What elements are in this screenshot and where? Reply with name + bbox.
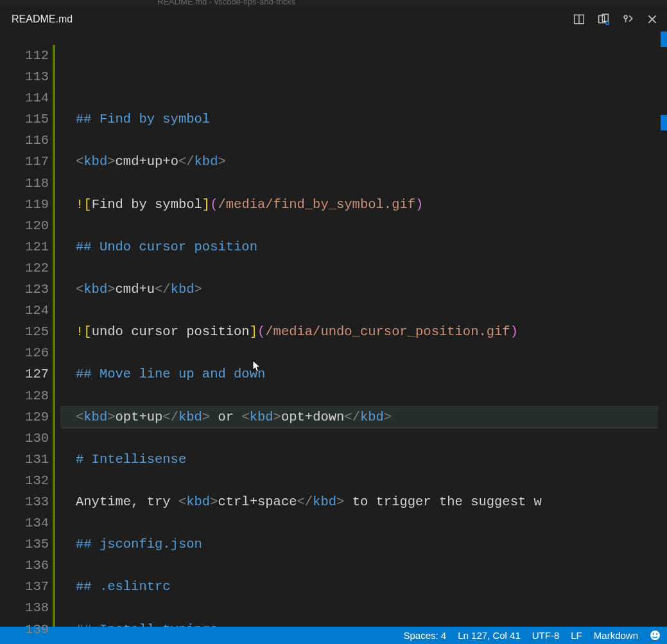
code-line[interactable]: <kbd>opt+up</kbd> or <kbd>opt+down</kbd> — [60, 406, 667, 428]
code-line[interactable]: ![Find by symbol](/media/find_by_symbol.… — [60, 194, 667, 215]
code-editor[interactable]: 1121131141151161171181191201211221231241… — [0, 31, 667, 627]
open-changes-icon[interactable] — [594, 10, 613, 29]
git-change-indicator — [53, 45, 55, 627]
code-line[interactable]: ## Install typings — [60, 619, 667, 627]
line-number-gutter: 1121131141151161171181191201211221231241… — [0, 31, 53, 627]
status-bar: Spaces: 4 Ln 127, Col 41 UTF-8 LF Markdo… — [0, 627, 667, 644]
code-line[interactable] — [60, 470, 667, 491]
code-line[interactable]: # Intellisense — [60, 449, 667, 470]
code-line[interactable] — [60, 385, 667, 406]
code-line[interactable]: ## jsconfig.json — [60, 534, 667, 555]
code-line[interactable] — [60, 512, 667, 534]
run-icon[interactable] — [618, 10, 637, 29]
status-language[interactable]: Markdown — [594, 630, 638, 641]
code-line[interactable] — [60, 555, 667, 576]
svg-point-9 — [653, 633, 654, 634]
status-eol[interactable]: LF — [571, 630, 582, 641]
code-line[interactable] — [60, 215, 667, 236]
code-line[interactable] — [60, 173, 667, 194]
window-title: README.md - vscode-tips-and-tricks — [157, 0, 295, 6]
status-cursor-position[interactable]: Ln 127, Col 41 — [458, 630, 521, 641]
status-encoding[interactable]: UTF-8 — [532, 630, 560, 641]
code-line[interactable]: ## Find by symbol — [60, 109, 667, 130]
code-line[interactable]: ![undo cursor position](/media/undo_curs… — [60, 321, 667, 342]
status-indent[interactable]: Spaces: 4 — [403, 630, 446, 641]
svg-point-5 — [624, 15, 627, 19]
code-area[interactable]: ## Find by symbol<kbd>cmd+up+o</kbd>![Fi… — [60, 31, 667, 627]
code-line[interactable]: ## Move line up and down — [60, 363, 667, 385]
window-title-bar: README.md - vscode-tips-and-tricks — [0, 0, 667, 6]
code-line[interactable] — [60, 428, 667, 449]
code-line[interactable]: ## Undo cursor position — [60, 236, 667, 257]
split-editor-icon[interactable] — [569, 10, 589, 29]
code-line[interactable]: Anytime, try <kbd>ctrl+space</kbd> to tr… — [60, 491, 667, 512]
code-line[interactable] — [60, 87, 667, 109]
svg-point-8 — [650, 631, 660, 640]
close-icon[interactable] — [643, 10, 662, 29]
code-line[interactable] — [60, 257, 667, 279]
code-line[interactable]: <kbd>cmd+up+o</kbd> — [60, 151, 667, 172]
open-file-tab[interactable]: README.md — [12, 13, 73, 25]
feedback-smiley-icon[interactable] — [650, 630, 661, 641]
code-line[interactable] — [60, 342, 667, 363]
tab-bar: README.md — [0, 6, 667, 31]
code-line[interactable] — [60, 597, 667, 618]
code-line[interactable] — [60, 300, 667, 321]
svg-point-10 — [656, 633, 657, 634]
code-line[interactable]: ## .eslintrc — [60, 576, 667, 597]
ruler-change-mark[interactable] — [661, 31, 667, 47]
code-line[interactable]: <kbd>cmd+u</kbd> — [60, 279, 667, 300]
ruler-change-mark[interactable] — [661, 115, 667, 130]
code-line[interactable] — [60, 130, 667, 151]
overview-ruler[interactable] — [658, 31, 667, 627]
